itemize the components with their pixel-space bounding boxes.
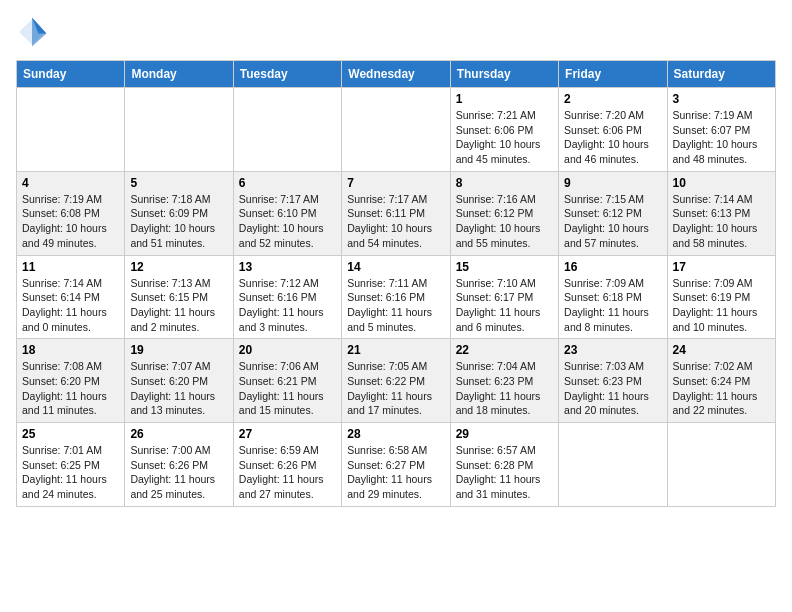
weekday-header: Thursday	[450, 61, 558, 88]
day-number: 12	[130, 260, 227, 274]
day-info: Sunrise: 7:01 AM Sunset: 6:25 PM Dayligh…	[22, 443, 119, 502]
calendar-cell: 25Sunrise: 7:01 AM Sunset: 6:25 PM Dayli…	[17, 423, 125, 507]
day-number: 4	[22, 176, 119, 190]
day-number: 16	[564, 260, 661, 274]
day-number: 14	[347, 260, 444, 274]
day-number: 27	[239, 427, 336, 441]
calendar-header: SundayMondayTuesdayWednesdayThursdayFrid…	[17, 61, 776, 88]
weekday-header: Monday	[125, 61, 233, 88]
day-number: 3	[673, 92, 770, 106]
day-info: Sunrise: 7:17 AM Sunset: 6:11 PM Dayligh…	[347, 192, 444, 251]
calendar-cell: 3Sunrise: 7:19 AM Sunset: 6:07 PM Daylig…	[667, 88, 775, 172]
calendar-cell: 21Sunrise: 7:05 AM Sunset: 6:22 PM Dayli…	[342, 339, 450, 423]
day-number: 18	[22, 343, 119, 357]
day-info: Sunrise: 7:04 AM Sunset: 6:23 PM Dayligh…	[456, 359, 553, 418]
calendar-cell: 22Sunrise: 7:04 AM Sunset: 6:23 PM Dayli…	[450, 339, 558, 423]
day-info: Sunrise: 7:12 AM Sunset: 6:16 PM Dayligh…	[239, 276, 336, 335]
day-number: 19	[130, 343, 227, 357]
calendar-cell	[342, 88, 450, 172]
day-info: Sunrise: 7:05 AM Sunset: 6:22 PM Dayligh…	[347, 359, 444, 418]
calendar-cell	[233, 88, 341, 172]
calendar-cell: 12Sunrise: 7:13 AM Sunset: 6:15 PM Dayli…	[125, 255, 233, 339]
day-number: 25	[22, 427, 119, 441]
day-number: 5	[130, 176, 227, 190]
calendar-cell: 24Sunrise: 7:02 AM Sunset: 6:24 PM Dayli…	[667, 339, 775, 423]
calendar-cell: 18Sunrise: 7:08 AM Sunset: 6:20 PM Dayli…	[17, 339, 125, 423]
calendar-cell: 13Sunrise: 7:12 AM Sunset: 6:16 PM Dayli…	[233, 255, 341, 339]
day-info: Sunrise: 7:19 AM Sunset: 6:08 PM Dayligh…	[22, 192, 119, 251]
calendar-cell: 8Sunrise: 7:16 AM Sunset: 6:12 PM Daylig…	[450, 171, 558, 255]
weekday-header: Sunday	[17, 61, 125, 88]
calendar-cell: 7Sunrise: 7:17 AM Sunset: 6:11 PM Daylig…	[342, 171, 450, 255]
day-number: 10	[673, 176, 770, 190]
day-number: 28	[347, 427, 444, 441]
day-number: 11	[22, 260, 119, 274]
day-info: Sunrise: 7:06 AM Sunset: 6:21 PM Dayligh…	[239, 359, 336, 418]
calendar-cell	[17, 88, 125, 172]
calendar-cell: 4Sunrise: 7:19 AM Sunset: 6:08 PM Daylig…	[17, 171, 125, 255]
day-info: Sunrise: 7:10 AM Sunset: 6:17 PM Dayligh…	[456, 276, 553, 335]
page-header	[16, 16, 776, 48]
day-number: 17	[673, 260, 770, 274]
calendar-cell: 6Sunrise: 7:17 AM Sunset: 6:10 PM Daylig…	[233, 171, 341, 255]
calendar-week-row: 11Sunrise: 7:14 AM Sunset: 6:14 PM Dayli…	[17, 255, 776, 339]
calendar-cell: 5Sunrise: 7:18 AM Sunset: 6:09 PM Daylig…	[125, 171, 233, 255]
calendar-cell: 26Sunrise: 7:00 AM Sunset: 6:26 PM Dayli…	[125, 423, 233, 507]
calendar-cell: 23Sunrise: 7:03 AM Sunset: 6:23 PM Dayli…	[559, 339, 667, 423]
day-info: Sunrise: 7:19 AM Sunset: 6:07 PM Dayligh…	[673, 108, 770, 167]
day-number: 24	[673, 343, 770, 357]
day-info: Sunrise: 7:18 AM Sunset: 6:09 PM Dayligh…	[130, 192, 227, 251]
calendar-body: 1Sunrise: 7:21 AM Sunset: 6:06 PM Daylig…	[17, 88, 776, 507]
day-info: Sunrise: 7:17 AM Sunset: 6:10 PM Dayligh…	[239, 192, 336, 251]
day-info: Sunrise: 7:20 AM Sunset: 6:06 PM Dayligh…	[564, 108, 661, 167]
calendar-cell	[667, 423, 775, 507]
day-number: 9	[564, 176, 661, 190]
day-info: Sunrise: 7:14 AM Sunset: 6:14 PM Dayligh…	[22, 276, 119, 335]
calendar-cell: 27Sunrise: 6:59 AM Sunset: 6:26 PM Dayli…	[233, 423, 341, 507]
day-info: Sunrise: 7:08 AM Sunset: 6:20 PM Dayligh…	[22, 359, 119, 418]
day-info: Sunrise: 7:21 AM Sunset: 6:06 PM Dayligh…	[456, 108, 553, 167]
day-number: 22	[456, 343, 553, 357]
calendar-cell: 17Sunrise: 7:09 AM Sunset: 6:19 PM Dayli…	[667, 255, 775, 339]
calendar-cell: 15Sunrise: 7:10 AM Sunset: 6:17 PM Dayli…	[450, 255, 558, 339]
calendar-cell: 20Sunrise: 7:06 AM Sunset: 6:21 PM Dayli…	[233, 339, 341, 423]
day-info: Sunrise: 7:09 AM Sunset: 6:18 PM Dayligh…	[564, 276, 661, 335]
day-info: Sunrise: 7:09 AM Sunset: 6:19 PM Dayligh…	[673, 276, 770, 335]
logo-icon	[16, 16, 48, 48]
weekday-header: Friday	[559, 61, 667, 88]
calendar-cell: 9Sunrise: 7:15 AM Sunset: 6:12 PM Daylig…	[559, 171, 667, 255]
calendar-week-row: 1Sunrise: 7:21 AM Sunset: 6:06 PM Daylig…	[17, 88, 776, 172]
day-number: 26	[130, 427, 227, 441]
day-info: Sunrise: 6:58 AM Sunset: 6:27 PM Dayligh…	[347, 443, 444, 502]
calendar-cell	[559, 423, 667, 507]
day-info: Sunrise: 7:14 AM Sunset: 6:13 PM Dayligh…	[673, 192, 770, 251]
day-number: 13	[239, 260, 336, 274]
calendar-cell: 16Sunrise: 7:09 AM Sunset: 6:18 PM Dayli…	[559, 255, 667, 339]
day-info: Sunrise: 7:16 AM Sunset: 6:12 PM Dayligh…	[456, 192, 553, 251]
day-info: Sunrise: 7:02 AM Sunset: 6:24 PM Dayligh…	[673, 359, 770, 418]
day-number: 20	[239, 343, 336, 357]
day-info: Sunrise: 6:57 AM Sunset: 6:28 PM Dayligh…	[456, 443, 553, 502]
calendar-cell: 1Sunrise: 7:21 AM Sunset: 6:06 PM Daylig…	[450, 88, 558, 172]
day-number: 6	[239, 176, 336, 190]
calendar-week-row: 4Sunrise: 7:19 AM Sunset: 6:08 PM Daylig…	[17, 171, 776, 255]
calendar-table: SundayMondayTuesdayWednesdayThursdayFrid…	[16, 60, 776, 507]
day-info: Sunrise: 6:59 AM Sunset: 6:26 PM Dayligh…	[239, 443, 336, 502]
calendar-cell: 14Sunrise: 7:11 AM Sunset: 6:16 PM Dayli…	[342, 255, 450, 339]
day-number: 8	[456, 176, 553, 190]
day-number: 7	[347, 176, 444, 190]
day-number: 15	[456, 260, 553, 274]
calendar-cell: 29Sunrise: 6:57 AM Sunset: 6:28 PM Dayli…	[450, 423, 558, 507]
day-number: 21	[347, 343, 444, 357]
day-info: Sunrise: 7:00 AM Sunset: 6:26 PM Dayligh…	[130, 443, 227, 502]
calendar-week-row: 25Sunrise: 7:01 AM Sunset: 6:25 PM Dayli…	[17, 423, 776, 507]
calendar-cell: 11Sunrise: 7:14 AM Sunset: 6:14 PM Dayli…	[17, 255, 125, 339]
weekday-header: Tuesday	[233, 61, 341, 88]
day-number: 1	[456, 92, 553, 106]
calendar-cell: 19Sunrise: 7:07 AM Sunset: 6:20 PM Dayli…	[125, 339, 233, 423]
calendar-week-row: 18Sunrise: 7:08 AM Sunset: 6:20 PM Dayli…	[17, 339, 776, 423]
day-info: Sunrise: 7:03 AM Sunset: 6:23 PM Dayligh…	[564, 359, 661, 418]
calendar-cell: 10Sunrise: 7:14 AM Sunset: 6:13 PM Dayli…	[667, 171, 775, 255]
logo	[16, 16, 52, 48]
day-number: 2	[564, 92, 661, 106]
